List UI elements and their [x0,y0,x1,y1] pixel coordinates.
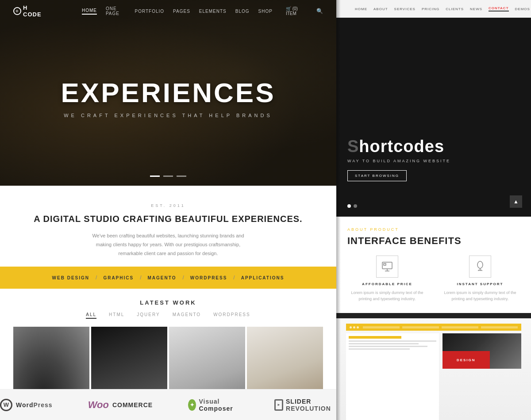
hero-subtitle: WE CRAFT EXPERIENCES THAT HELP BRANDS [61,113,275,118]
portfolio-title: LATEST WORK [13,299,323,306]
start-browsing-button[interactable]: START BROWSING [347,170,407,181]
nav-elements[interactable]: ELEMENTS [199,9,227,14]
affordable-icon [376,256,398,278]
right-about-title: INTERFACE BENEFITS [347,235,520,247]
wordpress-label: WordPress [16,401,53,409]
right-slider-dots [347,204,357,208]
about-title: A DIGITAL STUDIO CRAFTING BEAUTIFUL EXPE… [13,213,323,225]
right-nav-clients[interactable]: CLIENTS [446,7,464,11]
feature-support: INSTANT SUPPORT Lorem ipsum is simply du… [440,256,520,302]
demo-left [346,333,439,420]
nav-links: HOME ONE PAGE PORTFOLIO PAGES ELEMENTS B… [82,6,323,16]
portfolio-figure-1 [13,327,89,397]
portfolio-item-4[interactable] [247,327,323,397]
skill-sep-4: / [233,275,235,281]
slider-dot-2[interactable] [163,176,173,177]
right-hero-content: Shortcodes WAY TO BUILD AMAZING WEBSITE … [347,137,450,181]
skill-sep-3: / [182,275,184,281]
svg-rect-3 [384,263,386,265]
woocommerce-label: COMMERCE [112,401,153,409]
right-nav-pricing[interactable]: PRICING [422,7,439,11]
filter-jquery[interactable]: JQUERY [137,312,160,319]
right-bottom: ABOUT PRODUCT INTERFACE BENEFITS AFFORDA… [336,217,531,313]
features-row: AFFORDABLE PRICE Lorem ipsum is simply d… [347,256,520,302]
demo-red-block: DESIGN [442,351,490,369]
demo-image: DESIGN [442,333,521,369]
demo-right: DESIGN [442,333,521,420]
filter-html[interactable]: HTML [109,312,124,319]
right-dot-2[interactable] [354,204,357,208]
footer-bar: W WordPress Woo COMMERCE ✦ Visual Compos… [0,389,336,420]
skill-applications[interactable]: APPLICATIONS [241,275,285,280]
affordable-desc: Lorem ipsum is simply dummy text of the … [347,290,427,302]
about-body: We've been crafting beautiful websites, … [84,232,252,258]
filter-wordpress[interactable]: WORDPRESS [213,312,250,319]
right-nav-about[interactable]: ABOUT [373,7,388,11]
scroll-up-button[interactable]: ▲ [510,195,522,208]
slider-dot-1[interactable] [150,176,160,177]
nav-portfolio[interactable]: PORTFOLIO [135,9,165,14]
about-est: EST. 2011 [13,203,323,208]
demo-line-2 [349,343,419,344]
portfolio-section: LATEST WORK ALL HTML JQUERY MAGENTO WORD… [0,289,336,397]
right-nav-demos[interactable]: DEMOS [515,7,530,11]
demo-dot-1 [350,326,352,328]
right-nav-services[interactable]: SERVICES [394,7,416,11]
feature-affordable: AFFORDABLE PRICE Lorem ipsum is simply d… [347,256,427,302]
portfolio-item-1[interactable] [13,327,89,397]
about-section: EST. 2011 A DIGITAL STUDIO CRAFTING BEAU… [0,186,336,267]
skill-webdesign[interactable]: WEB DESIGN [52,275,89,280]
hero-section: ® H CODE HOME ONE PAGE PORTFOLIO PAGES E… [0,0,336,186]
nav-shop[interactable]: SHOP [258,9,273,14]
right-nav-contact[interactable]: CONTACT [489,6,509,11]
wordpress-logo[interactable]: W WordPress [0,399,53,411]
nav-one-page[interactable]: ONE PAGE [106,6,126,16]
portfolio-figure-3 [169,327,245,397]
left-panel: ® H CODE HOME ONE PAGE PORTFOLIO PAGES E… [0,0,336,420]
right-hero: HOME ABOUT SERVICES PRICING CLIENTS NEWS… [336,0,531,217]
vc-label: Visual Composer [199,398,239,412]
sr-icon [274,399,283,411]
nav-blog[interactable]: BLOG [235,9,250,14]
balloon-icon [474,260,486,273]
skill-wordpress[interactable]: WORDPRESS [190,275,227,280]
support-label: INSTANT SUPPORT [440,282,520,286]
skill-sep-2: / [140,275,141,281]
portfolio-item-2[interactable] [91,327,167,397]
skill-magento[interactable]: MAGENTO [148,275,177,280]
filter-magento[interactable]: MAGENTO [173,312,201,319]
logo[interactable]: ® H CODE [13,4,46,18]
woocommerce-logo[interactable]: Woo COMMERCE [88,399,153,411]
portfolio-figure-4 [247,327,323,397]
main-nav: ® H CODE HOME ONE PAGE PORTFOLIO PAGES E… [0,0,336,22]
right-hero-title: Shortcodes [347,137,450,156]
portfolio-figure-2 [91,327,167,397]
skill-graphics[interactable]: GRAPHICS [103,275,134,280]
hero-content: EXPERIENCES WE CRAFT EXPERIENCES THAT HE… [61,77,275,118]
hero-title: EXPERIENCES [61,77,275,108]
demo-title-bar [349,336,401,339]
logo-text: H CODE [23,4,46,18]
demo-line-1 [349,340,436,342]
demo-text-lines [349,340,436,350]
vc-icon: ✦ [188,399,196,411]
nav-home[interactable]: HOME [82,8,97,15]
right-dot-1[interactable] [347,204,351,208]
nav-cart[interactable]: 🛒 (0) ITEM [286,6,304,16]
portfolio-item-3[interactable] [169,327,245,397]
right-about-label: ABOUT PRODUCT [347,227,520,232]
slider-dot-3[interactable] [177,176,186,177]
right-nav-home[interactable]: HOME [355,7,367,11]
nav-search-icon[interactable]: 🔍 [316,8,323,14]
slider-revolution-logo[interactable]: SLIDER REVOLUTION [274,398,336,412]
visual-composer-logo[interactable]: ✦ Visual Composer [188,398,239,412]
sr-label: SLIDER REVOLUTION [286,398,336,412]
demo-line-4 [349,348,410,350]
support-desc: Lorem ipsum is simply dummy text of the … [440,290,520,302]
right-nav-news[interactable]: NEWS [470,7,482,11]
filter-all[interactable]: ALL [86,312,96,319]
nav-pages[interactable]: PAGES [173,9,190,14]
skills-bar: WEB DESIGN / GRAPHICS / MAGENTO / WORDPR… [0,267,336,289]
right-nav: HOME ABOUT SERVICES PRICING CLIENTS NEWS… [336,0,531,18]
right-panel: HOME ABOUT SERVICES PRICING CLIENTS NEWS… [336,0,531,420]
